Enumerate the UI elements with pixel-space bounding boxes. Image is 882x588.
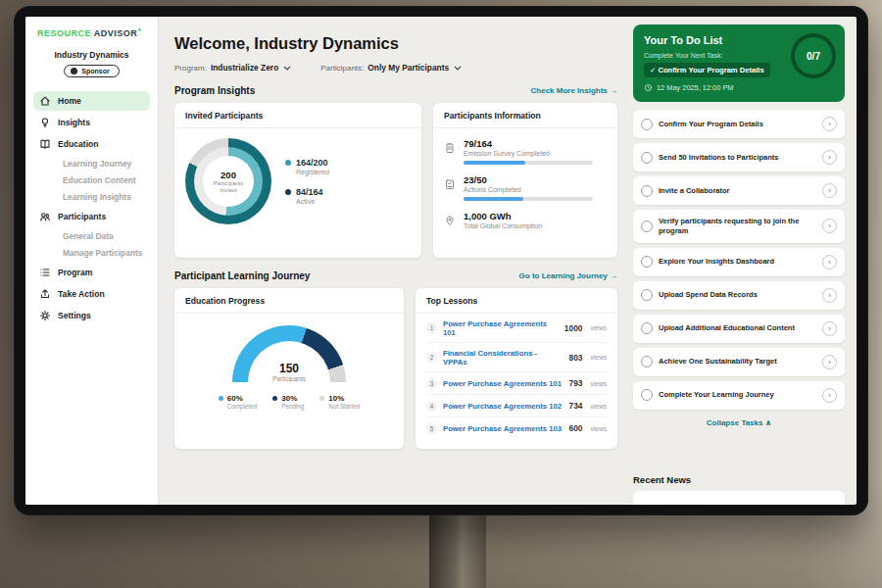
lesson-row[interactable]: 5 Power Purchase Agreements 103 600 view… — [426, 417, 607, 439]
task-row[interactable]: Complete Your Learning Journey › — [633, 381, 845, 410]
sidebar-item-participants[interactable]: Participants — [33, 207, 150, 226]
lesson-rank: 3 — [426, 378, 437, 389]
task-row[interactable]: Explore Your Insights Dashboard › — [633, 248, 845, 276]
sidebar-item-learning-journey[interactable]: Learning Journey — [33, 156, 150, 172]
collapse-tasks-link[interactable]: Collapse Tasks ∧ — [633, 418, 845, 427]
checkbox-icon[interactable] — [641, 356, 653, 368]
progress-bar — [464, 161, 593, 165]
stat-value: 23/50 — [464, 174, 593, 185]
lesson-rank: 4 — [426, 401, 437, 412]
gauge-center-value: 150 — [232, 362, 346, 375]
sidebar-item-take-action[interactable]: Take Action — [33, 284, 150, 304]
chevron-right-icon[interactable]: › — [822, 355, 837, 369]
sidebar-item-education[interactable]: Education — [33, 134, 150, 154]
sidebar-item-learning-insights[interactable]: Learning Insights — [33, 189, 150, 205]
lesson-row[interactable]: 4 Power Purchase Agreements 102 734 view… — [426, 395, 607, 417]
lesson-views: 1000 — [564, 323, 583, 333]
lesson-link[interactable]: Power Purchase Agreements 102 — [443, 402, 564, 411]
chevron-right-icon[interactable]: › — [822, 183, 837, 198]
task-row[interactable]: Invite a Collaborator › — [633, 176, 845, 205]
lesson-link[interactable]: Power Purchase Agreements 103 — [443, 424, 564, 433]
chevron-right-icon[interactable]: › — [822, 388, 837, 403]
screen: RESOURCE ADVISOR+ Industry Dynamics Spon… — [25, 17, 857, 505]
monitor-stand — [429, 514, 486, 588]
task-row[interactable]: Upload Spend Data Records › — [633, 281, 845, 310]
check-more-insights-link[interactable]: Check More Insights → — [531, 86, 617, 95]
sidebar-item-program[interactable]: Program — [33, 263, 150, 282]
task-label: Upload Spend Data Records — [659, 290, 816, 300]
todo-due-text: 12 May 2025, 12:00 PM — [657, 83, 733, 92]
program-value: Industrialize Zero — [211, 63, 278, 73]
lesson-rank: 2 — [426, 352, 437, 363]
legend-sub: Active — [296, 198, 323, 205]
chevron-right-icon[interactable]: › — [822, 150, 837, 165]
todo-next-task[interactable]: ✓ Confirm Your Program Details — [644, 63, 770, 77]
lesson-views-label: views — [591, 403, 608, 410]
checkbox-icon[interactable] — [641, 220, 653, 232]
lesson-link[interactable]: Financial Considerations - VPPAs — [443, 349, 564, 367]
task-row[interactable]: Confirm Your Program Details › — [633, 110, 845, 138]
gauge-legend: 60% Completed 30% Pending 10% Not Starte… — [185, 394, 393, 410]
checkbox-icon[interactable] — [641, 322, 653, 334]
main-content: Welcome, Industry Dynamics Program: Indu… — [159, 17, 631, 505]
task-row[interactable]: Send 50 Invitations to Participants › — [633, 143, 845, 172]
legend-sub: Pending — [281, 403, 304, 410]
legend-pct: 10% — [328, 394, 344, 403]
legend-dot — [272, 396, 277, 401]
checkbox-icon[interactable] — [641, 152, 653, 164]
stat-global-consumption: 1,000 GWh Total Global Consumption — [444, 211, 607, 229]
stat-value: 79/164 — [464, 138, 593, 149]
participants-information-card: Participants Information 79/164 Emission… — [433, 103, 617, 258]
section-title: Program Insights — [174, 85, 255, 96]
lesson-views: 600 — [569, 423, 583, 433]
chevron-right-icon[interactable]: › — [822, 288, 837, 303]
card-title: Invited Participants — [174, 111, 421, 128]
gear-icon — [39, 310, 51, 321]
task-label: Invite a Collaborator — [659, 186, 816, 196]
page-title: Welcome, Industry Dynamics — [174, 34, 617, 53]
sidebar-item-settings[interactable]: Settings — [33, 306, 150, 325]
chevron-right-icon[interactable]: › — [822, 117, 837, 131]
todo-panel: Your To Do List 0/7 Complete Your Next T… — [631, 17, 857, 505]
lesson-link[interactable]: Power Purchase Agreements 101 — [443, 379, 564, 388]
chevron-down-icon — [283, 66, 291, 71]
sidebar-item-insights[interactable]: Insights — [33, 113, 150, 132]
sidebar-item-home[interactable]: Home — [33, 91, 150, 111]
participants-dropdown[interactable]: Participants: Only My Participants — [320, 63, 462, 73]
clock-icon — [644, 83, 653, 92]
task-row[interactable]: Upload Additional Educational Content › — [633, 315, 845, 343]
task-row[interactable]: Verify participants requesting to join t… — [633, 210, 845, 243]
chevron-right-icon[interactable]: › — [822, 255, 837, 270]
lesson-link[interactable]: Power Purchase Agreements 101 — [443, 319, 559, 337]
task-row[interactable]: Achieve One Sustainability Target › — [633, 348, 845, 376]
gauge-legend-not-started: 10% Not Started — [319, 394, 360, 410]
program-dropdown[interactable]: Program: Industrialize Zero — [174, 63, 291, 73]
lesson-row[interactable]: 2 Financial Considerations - VPPAs 803 v… — [426, 343, 607, 372]
lesson-row[interactable]: 3 Power Purchase Agreements 101 793 view… — [426, 372, 607, 395]
checkbox-icon[interactable] — [641, 119, 653, 130]
task-label: Verify participants requesting to join t… — [659, 217, 816, 236]
checkbox-icon[interactable] — [641, 185, 653, 197]
sidebar-item-general-data[interactable]: General Data — [33, 228, 150, 244]
gauge-legend-completed: 60% Completed — [219, 394, 257, 410]
sidebar-item-manage-participants[interactable]: Manage Participants — [33, 245, 150, 261]
program-label: Program: — [174, 64, 207, 73]
chevron-right-icon[interactable]: › — [822, 219, 837, 233]
sidebar-item-label: Insights — [58, 118, 90, 127]
filters-row: Program: Industrialize Zero Participants… — [174, 63, 617, 73]
home-icon — [39, 95, 51, 107]
chevron-right-icon[interactable]: › — [822, 321, 837, 336]
education-progress-card: Education Progress 150 Participants 60% … — [174, 288, 404, 449]
task-label: Explore Your Insights Dashboard — [659, 257, 816, 267]
learning-cards-row: Education Progress 150 Participants 60% … — [174, 288, 617, 449]
legend-pct: 30% — [281, 394, 297, 403]
stat-label: Actions Completed — [464, 186, 593, 193]
checkbox-icon[interactable] — [641, 389, 653, 401]
checkbox-icon[interactable] — [641, 256, 653, 268]
go-to-learning-journey-link[interactable]: Go to Learning Journey → — [519, 271, 617, 280]
todo-due: 12 May 2025, 12:00 PM — [644, 83, 834, 92]
checkbox-icon[interactable] — [641, 289, 653, 301]
brand-advisor: ADVISOR — [94, 28, 138, 38]
sidebar-item-education-content[interactable]: Education Content — [33, 172, 150, 188]
lesson-row[interactable]: 1 Power Purchase Agreements 101 1000 vie… — [426, 314, 607, 343]
